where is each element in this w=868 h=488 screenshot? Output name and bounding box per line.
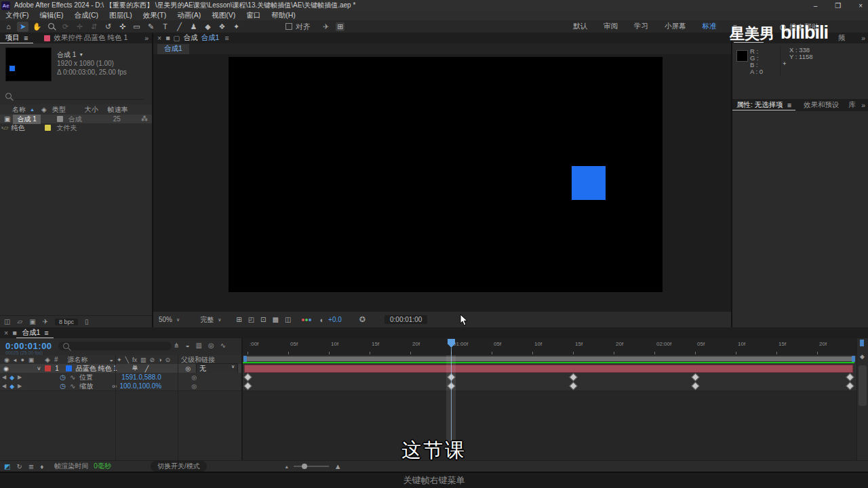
trash-icon[interactable]: ▯ xyxy=(85,318,89,325)
view-layout-icon[interactable]: ◫ xyxy=(285,316,291,323)
keyframe-diamond[interactable] xyxy=(692,374,699,381)
keyframe-toggle-icon[interactable]: ◆ xyxy=(9,374,14,381)
quality-switch[interactable]: 单 xyxy=(132,364,138,373)
property-value[interactable]: 1591.0,588.0 xyxy=(121,373,161,381)
tag-column-icon[interactable]: ◈ xyxy=(41,106,47,113)
overflow-icon[interactable]: » xyxy=(861,34,868,42)
keyframe-diamond[interactable] xyxy=(245,374,252,381)
menu-item-文件(F)[interactable]: 文件(F) xyxy=(5,11,28,20)
chevron-down-icon[interactable]: ▼ xyxy=(79,50,83,59)
work-area-bar[interactable] xyxy=(244,357,854,361)
fx-column-icon[interactable]: fx xyxy=(132,357,137,363)
eraser-tool-icon[interactable]: ◆ xyxy=(202,22,214,32)
motion-path-icon[interactable]: ✈ xyxy=(323,22,329,31)
close-icon[interactable]: × xyxy=(153,34,165,42)
panel-menu-icon[interactable]: ≡ xyxy=(219,34,229,42)
twirl-open-icon[interactable]: ˅ xyxy=(37,365,41,372)
column-name[interactable]: 名称 xyxy=(0,105,26,115)
project-row-comp[interactable]: ▣ 合成 1 合成 25 ⁂ xyxy=(0,115,152,123)
timeline-zoom-slider[interactable] xyxy=(294,466,329,467)
tab-audio-fragment[interactable]: 频 xyxy=(838,33,846,43)
align-checkbox[interactable] xyxy=(285,23,292,30)
rotation-tool-icon[interactable]: ↺ xyxy=(102,22,114,32)
frame-blend-icon[interactable]: ▥ xyxy=(195,342,201,349)
position-keyframe-track[interactable] xyxy=(243,373,857,382)
brush-tool-icon[interactable]: ╱ xyxy=(174,22,185,32)
transparency-grid-icon[interactable]: ▩ xyxy=(273,316,279,323)
project-comp-name[interactable]: 合成 1 xyxy=(57,50,76,59)
new-composition-icon[interactable]: ▣ xyxy=(29,318,35,325)
viewer-timecode[interactable]: 0:00:01:00 xyxy=(384,315,427,324)
pickwhip-icon[interactable]: ◎ xyxy=(191,374,197,381)
tab-properties[interactable]: 属性: 无选择项≡ xyxy=(732,100,795,110)
motion-blur-column-icon[interactable]: ⊘ xyxy=(150,357,155,363)
stopwatch-icon[interactable]: ◷ xyxy=(60,382,66,390)
quality-slash-icon[interactable]: ╱ xyxy=(145,365,149,372)
column-framerate[interactable]: 帧速率 xyxy=(108,105,128,115)
work-area-pin[interactable] xyxy=(860,340,864,346)
selection-tool-icon[interactable]: ➤ xyxy=(17,22,28,32)
exposure-value[interactable]: +0.0 xyxy=(328,316,342,323)
project-item-name[interactable]: 纯色 xyxy=(11,123,24,133)
tab-effect-controls[interactable]: 效果控件 品蓝色 纯色 1 xyxy=(33,33,127,43)
tab-timeline-comp[interactable]: 合成1≡ xyxy=(16,327,54,338)
motion-blur-icon[interactable]: ◎ xyxy=(208,342,214,349)
layer-label-chip[interactable] xyxy=(45,365,51,371)
property-name[interactable]: 位置 xyxy=(79,373,93,382)
menu-item-效果(T)[interactable]: 效果(T) xyxy=(143,11,166,20)
property-row-position[interactable]: ◀ ◆ ▶ ◷ ∿ 位置 1591.0,588.0 ◎ xyxy=(0,373,241,382)
vertical-scrollbar[interactable] xyxy=(859,365,867,406)
project-flowchart-icon[interactable]: ✈ xyxy=(43,318,48,325)
roto-brush-tool-icon[interactable]: ❖ xyxy=(216,22,228,32)
home-tool-icon[interactable]: ⌂ xyxy=(3,22,14,32)
color-depth-button[interactable]: 8 bpc xyxy=(55,319,78,325)
workspace-tab-标准[interactable]: 标准 xyxy=(703,22,717,31)
pickwhip-icon[interactable]: ◎ xyxy=(191,383,197,390)
property-value[interactable]: 100.0,100.0% xyxy=(120,382,162,390)
keyframe-diamond[interactable] xyxy=(847,374,854,381)
keyframe-diamond[interactable] xyxy=(570,374,577,381)
prev-keyframe-icon[interactable]: ◀ xyxy=(0,383,6,389)
tab-project[interactable]: 项目≡ xyxy=(0,33,33,43)
zoom-tool-icon[interactable] xyxy=(45,22,57,32)
interpret-footage-icon[interactable]: ◫ xyxy=(4,318,10,325)
keyframe-diamond[interactable] xyxy=(245,383,252,390)
menu-item-图层(L)[interactable]: 图层(L) xyxy=(109,11,132,20)
keyframe-toggle-icon[interactable]: ◆ xyxy=(9,383,14,390)
magnification-select[interactable]: 50% xyxy=(159,316,172,323)
mask-visibility-icon[interactable]: ◰ xyxy=(248,316,254,323)
next-keyframe-icon[interactable]: ▶ xyxy=(18,383,22,389)
label-chip[interactable] xyxy=(57,116,63,122)
chevron-down-icon[interactable]: ∨ xyxy=(218,317,221,323)
restore-button[interactable]: ❐ xyxy=(835,2,841,9)
hand-tool-icon[interactable]: ✋ xyxy=(31,22,43,32)
workspace-tab-默认[interactable]: 默认 xyxy=(573,22,587,31)
new-folder-icon[interactable]: ▱ xyxy=(17,318,22,325)
menu-item-动画(A)[interactable]: 动画(A) xyxy=(177,11,201,20)
current-time-display[interactable]: 0:00:01:00 xyxy=(5,341,52,351)
workspace-tab-审阅[interactable]: 审阅 xyxy=(604,22,618,31)
number-column[interactable]: # xyxy=(54,356,58,363)
comp-tab[interactable]: 合成1 xyxy=(157,44,189,54)
region-of-interest-icon[interactable]: ⊡ xyxy=(260,316,266,323)
stopwatch-icon[interactable]: ◷ xyxy=(60,373,66,381)
tab-libraries[interactable]: 库 xyxy=(839,100,856,110)
zoom-slider-knob[interactable] xyxy=(302,464,307,469)
time-ruler[interactable]: :00f05f10f15f20f01:00f05f10f15f20f02:00f… xyxy=(243,338,857,356)
keyframe-diamond[interactable] xyxy=(692,383,699,390)
menu-item-窗口[interactable]: 窗口 xyxy=(246,11,260,20)
channel-icon[interactable] xyxy=(302,319,311,321)
comp-marker-bin-icon[interactable]: ◆ xyxy=(860,353,865,360)
shy-column-icon[interactable]: ◒ xyxy=(110,357,113,363)
text-tool-icon[interactable]: T xyxy=(159,22,171,32)
lock-icon[interactable]: ▢ xyxy=(170,34,183,42)
workspace-tab-学习[interactable]: 学习 xyxy=(634,22,648,31)
keyframe-diamond[interactable] xyxy=(847,383,854,390)
sort-ascending-icon[interactable]: ▲ xyxy=(30,107,35,112)
stamp-tool-icon[interactable]: ♟ xyxy=(188,22,199,32)
layer-row[interactable]: ◉ ˅ 1 品蓝色 纯色 1 单 ╱ ◎ 无∨ xyxy=(0,364,241,373)
minimize-button[interactable]: – xyxy=(814,2,818,9)
menu-item-视图(V)[interactable]: 视图(V) xyxy=(212,11,235,20)
frame-blend-column-icon[interactable]: ▥ xyxy=(140,357,146,363)
menu-item-编辑(E)[interactable]: 编辑(E) xyxy=(39,11,63,20)
